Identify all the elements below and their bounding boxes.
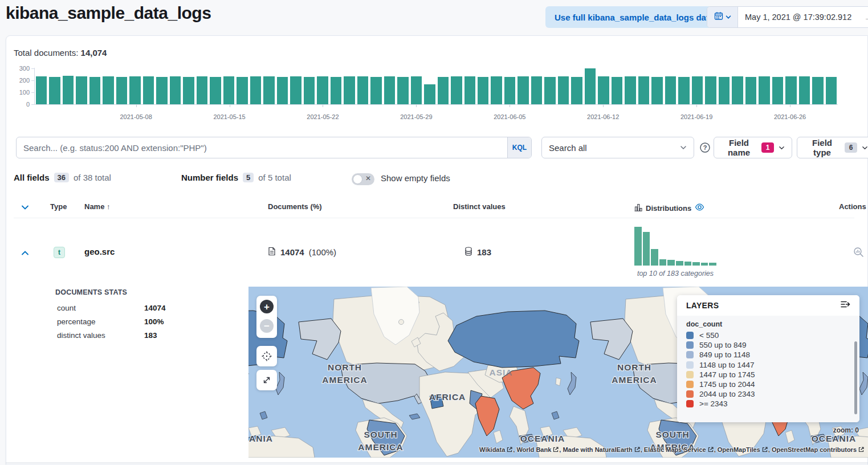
histogram-bar (304, 77, 315, 104)
histogram-bar (49, 77, 60, 104)
histogram-bar (558, 76, 569, 104)
use-full-data-button[interactable]: Use full kibana_sample_data_logs data (545, 6, 723, 28)
sort-ascending-icon: ↑ (107, 202, 111, 211)
app-root: kibana_sample_data_logs Use full kibana_… (0, 0, 868, 465)
external-link-icon (507, 447, 512, 452)
histogram-bar (732, 76, 743, 104)
attribution-link[interactable]: World Bank (516, 446, 551, 453)
x-axis-label: 2021-05-15 (213, 113, 245, 120)
legend-label: 849 up to 1148 (699, 350, 750, 359)
histogram-bar (250, 76, 261, 104)
date-picker[interactable]: May 1, 2021 @ 17:39:02.912 → (707, 6, 868, 28)
field-type-filter-count-badge: 6 (845, 142, 857, 153)
set-view-crosshair-button[interactable] (256, 346, 277, 366)
collapse-row-chevron-icon[interactable] (21, 248, 30, 259)
histogram-bar (651, 77, 662, 104)
attribution-link[interactable]: Elastic Maps Service (644, 446, 706, 453)
column-header-name[interactable]: Name ↑ (84, 202, 111, 211)
eye-icon[interactable] (695, 202, 704, 214)
x-tick-mark (790, 105, 790, 107)
number-fields-label: Number fields (181, 173, 238, 182)
legend-swatch (686, 341, 694, 349)
stat-value: 100% (144, 317, 164, 326)
x-tick-mark (136, 105, 137, 107)
stat-value: 183 (144, 331, 157, 340)
histogram-bar (826, 77, 837, 104)
histogram-bar (197, 76, 207, 104)
legend-row: >= 2343 (686, 399, 850, 409)
column-header-documents[interactable]: Documents (%) (268, 202, 322, 211)
histogram-bar (638, 76, 649, 104)
help-icon[interactable]: ? (699, 142, 711, 153)
kql-language-button[interactable]: KQL (507, 137, 531, 158)
external-link-icon (762, 447, 768, 452)
expand-map-button[interactable] (256, 370, 277, 390)
legend-row: 1745 up to 2044 (686, 380, 850, 389)
attribution-link[interactable]: OpenStreetMap contributors (772, 446, 857, 453)
zoom-out-button[interactable]: − (260, 319, 274, 333)
mini-distribution-bar (709, 263, 716, 266)
histogram-bar (759, 76, 769, 104)
histogram-bar (598, 76, 609, 104)
distinct-values-count: 183 (477, 247, 491, 257)
histogram-bar (103, 76, 113, 104)
attribution-link[interactable]: OpenMapTiles (718, 446, 760, 453)
stat-label: distinct values (57, 331, 144, 340)
mini-distribution-bar (667, 260, 675, 266)
histogram-bar (571, 77, 582, 104)
legend-row: 550 up to 849 (686, 340, 850, 350)
histogram-bar (384, 76, 395, 104)
column-header-actions: Actions (839, 202, 866, 211)
histogram-bar (692, 76, 703, 104)
attribution-link[interactable]: Wikidata (479, 446, 505, 453)
zoom-in-button[interactable]: + (260, 300, 274, 313)
histogram-bar (478, 77, 488, 104)
histogram-bar (665, 76, 676, 104)
histogram-xaxis: 2021-05-082021-05-152021-05-222021-05-29… (36, 104, 837, 121)
mini-distribution-bar (684, 262, 692, 266)
arrow-right-icon: → (859, 13, 868, 22)
search-scope-select[interactable]: Search all (541, 137, 694, 158)
histogram-bar (799, 76, 810, 104)
toggle-off-x-icon: ✕ (365, 174, 371, 182)
svg-text:?: ? (703, 144, 707, 151)
x-axis-label: 2021-06-05 (494, 113, 525, 120)
search-input[interactable] (17, 137, 507, 158)
field-name-filter-label: Field name (721, 138, 757, 157)
y-axis-tick-100: 100 (10, 89, 30, 96)
stat-value: 14074 (144, 304, 166, 312)
choropleth-map[interactable]: NORTHAMERICASOUTHAMERICAAFRICAASIAOCEANI… (248, 287, 868, 458)
field-type-token-text: t (54, 247, 65, 258)
date-picker-quick-menu[interactable] (707, 7, 738, 27)
calendar-icon (714, 11, 723, 23)
histogram-bar (277, 77, 288, 104)
continent-label: AMERICA (612, 375, 657, 385)
legend-swatch (686, 361, 694, 369)
histogram-bar (263, 76, 274, 104)
column-header-distinct-values[interactable]: Distinct values (453, 202, 506, 211)
number-fields-count-badge: 5 (243, 173, 254, 182)
chevron-down-icon (862, 143, 868, 153)
field-type-filter-button[interactable]: Field type 6 (797, 137, 868, 158)
legend-row: 849 up to 1148 (686, 350, 850, 360)
mini-distribution-bar (634, 227, 642, 266)
mini-distribution-bar (701, 263, 708, 266)
collapse-layers-icon[interactable] (840, 300, 850, 311)
distribution-caption: top 10 of 183 categories (627, 270, 724, 278)
chevron-down-icon (726, 12, 731, 22)
explore-field-magnifier-icon[interactable] (853, 247, 864, 259)
column-header-distributions[interactable]: Distributions (634, 202, 704, 214)
stat-row-percentage: percentage 100% (57, 317, 205, 326)
stat-label: count (57, 304, 144, 312)
legend-rows: < 550550 up to 849849 up to 11481148 up … (686, 331, 850, 409)
show-empty-fields-toggle[interactable]: ✕ (352, 173, 374, 185)
date-range-start[interactable]: May 1, 2021 @ 17:39:02.912 (738, 13, 859, 22)
legend-swatch (686, 351, 694, 358)
histogram-bar (625, 76, 635, 104)
mini-distribution-bar (643, 232, 650, 266)
layers-scrollbar[interactable] (854, 341, 857, 414)
field-name-filter-button[interactable]: Field name 1 (714, 137, 792, 158)
expand-all-chevron-icon[interactable] (21, 203, 30, 214)
attribution-link[interactable]: Made with NaturalEarth (563, 446, 632, 453)
column-header-type[interactable]: Type (50, 202, 67, 211)
